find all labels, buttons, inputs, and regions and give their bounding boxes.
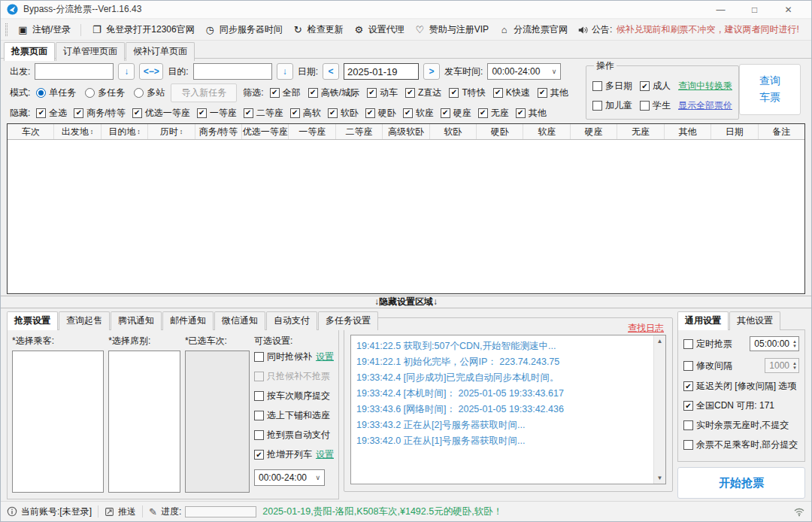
checkbox[interactable]: ✔ (640, 81, 650, 91)
general-checkbox[interactable]: 修改间隔 (683, 360, 732, 372)
checkbox[interactable]: ✔ (403, 108, 413, 118)
column-header-11[interactable]: 软座 (523, 124, 570, 139)
hide-checkbox[interactable]: ✔商务/特等 (74, 107, 125, 120)
dest-dropdown-button[interactable]: ↓ (277, 63, 293, 80)
filter-checkbox[interactable]: ✔全部 (270, 86, 301, 99)
column-header-1[interactable]: 出发地↕ (54, 124, 101, 139)
minimize-button[interactable]: — (704, 5, 738, 15)
filter-checkbox[interactable]: ✔动车 (367, 86, 398, 99)
column-header-14[interactable]: 其他 (665, 124, 711, 139)
settings-tab-邮件通知[interactable]: 邮件通知 (162, 311, 214, 330)
tab-grab-page[interactable]: 抢票页面 (4, 42, 55, 61)
checkbox[interactable]: ✔ (74, 108, 83, 118)
checkbox[interactable]: ✔ (254, 450, 264, 460)
transfer-query-link[interactable]: 查询中转换乘 (678, 80, 732, 93)
checkbox[interactable] (683, 420, 693, 430)
checkbox[interactable] (254, 430, 264, 440)
checkbox[interactable]: ✔ (365, 108, 375, 118)
close-button[interactable]: ✕ (771, 5, 805, 15)
train-table-body[interactable] (8, 140, 804, 293)
column-header-3[interactable]: 历时↕ (148, 124, 195, 139)
column-header-4[interactable]: 商务/特等 (195, 124, 242, 139)
settings-tab-多任务设置[interactable]: 多任务设置 (318, 311, 378, 330)
log-scrollbar[interactable]: ▲ ▼ (653, 335, 665, 484)
settings-tab-微信通知[interactable]: 微信通知 (214, 311, 265, 330)
checkbox[interactable] (640, 101, 650, 111)
checkbox[interactable]: ✔ (449, 88, 459, 98)
checkbox[interactable]: ✔ (308, 88, 318, 98)
general-tab-其他设置[interactable]: 其他设置 (729, 311, 780, 330)
filter-checkbox[interactable]: ✔Z直达 (405, 86, 441, 99)
start-grabbing-button[interactable]: 开始抢票 (677, 467, 805, 499)
mode-radio-单任务[interactable]: 单任务 (36, 86, 76, 99)
find-log-link[interactable]: 查找日志 (626, 322, 665, 335)
next-date-button[interactable]: > (423, 63, 440, 80)
checkbox[interactable]: ✔ (197, 108, 207, 118)
column-header-2[interactable]: 目的地↕ (102, 124, 148, 139)
student-checkbox[interactable]: 学生 (640, 99, 671, 112)
scroll-down-arrow[interactable]: ▼ (654, 472, 665, 484)
option-settings-link[interactable]: 设置 (316, 448, 334, 461)
scroll-up-arrow[interactable]: ▲ (654, 335, 665, 347)
column-header-10[interactable]: 硬卧 (477, 124, 523, 139)
settings-tab-自动支付[interactable]: 自动支付 (266, 311, 317, 330)
checkbox[interactable]: ✔ (683, 381, 693, 391)
general-tab-通用设置[interactable]: 通用设置 (677, 311, 729, 330)
column-header-9[interactable]: 软卧 (430, 124, 477, 139)
checkbox[interactable] (254, 391, 264, 401)
filter-checkbox[interactable]: ✔其他 (538, 86, 568, 99)
checkbox[interactable] (683, 361, 693, 371)
column-header-5[interactable]: 优选一等座 (242, 124, 289, 139)
checkbox[interactable]: ✔ (290, 108, 300, 118)
spinner-down-icon[interactable]: ▼ (792, 366, 797, 370)
add-child-checkbox[interactable]: 加儿童 (592, 99, 632, 112)
checkbox[interactable] (254, 352, 264, 362)
column-header-15[interactable]: 日期 (711, 124, 758, 139)
option-checkbox[interactable]: 选上下铺和选座 (254, 409, 330, 422)
grab-time-range-select[interactable]: 00:00-24:00 ∨ (254, 469, 325, 486)
spinner-input[interactable]: 1000▲▼ (765, 358, 799, 373)
option-settings-link[interactable]: 设置 (316, 351, 334, 363)
general-checkbox[interactable]: ✔全国CDN 可用: 171 (683, 399, 774, 412)
general-checkbox[interactable]: 余票不足乘客时,部分提交 (683, 439, 798, 451)
column-header-12[interactable]: 硬座 (571, 124, 617, 139)
hide-checkbox[interactable]: ✔软座 (403, 107, 434, 120)
spinner-input[interactable]: 05:00:00▲▼ (750, 336, 799, 351)
option-checkbox[interactable]: 同时抢候补 (254, 351, 312, 363)
checkbox[interactable]: ✔ (132, 108, 142, 118)
dest-input[interactable] (193, 63, 272, 80)
spinner-arrows[interactable]: ▲▼ (792, 339, 797, 348)
column-header-8[interactable]: 高级软卧 (383, 124, 429, 139)
depart-dropdown-button[interactable]: ↓ (118, 63, 135, 80)
checkbox[interactable]: ✔ (441, 108, 450, 118)
checkbox[interactable]: ✔ (516, 108, 526, 118)
checkbox[interactable] (254, 411, 264, 420)
import-task-button[interactable]: 导入新任务 (171, 83, 237, 102)
checkbox[interactable]: ✔ (244, 108, 253, 118)
radio-button[interactable] (134, 88, 144, 98)
radio-button[interactable] (85, 88, 95, 98)
hide-checkbox[interactable]: ✔软卧 (328, 107, 359, 120)
column-header-7[interactable]: 二等座 (336, 124, 383, 139)
column-header-0[interactable]: 车次 (8, 124, 54, 139)
hide-checkbox[interactable]: ✔全选 (36, 107, 67, 120)
toolbar-item-official-site[interactable]: ⌂分流抢票官网 (498, 23, 568, 36)
checkbox[interactable]: ✔ (36, 108, 46, 118)
filter-checkbox[interactable]: ✔高铁/城际 (308, 86, 359, 99)
tab-order-manage-page[interactable]: 订单管理页面 (56, 42, 125, 61)
toolbar-item-logout-login[interactable]: ▣注销/登录 (17, 23, 71, 36)
filter-checkbox[interactable]: ✔T特快 (449, 86, 485, 99)
toolbar-item-check-update[interactable]: ↻检查更新 (292, 23, 344, 36)
column-header-13[interactable]: 无座 (617, 124, 664, 139)
checkbox[interactable]: ✔ (367, 88, 377, 98)
toolbar-item-sync-server-time[interactable]: ◷同步服务器时间 (205, 23, 283, 36)
settings-tab-抢票设置[interactable]: 抢票设置 (7, 311, 58, 330)
prev-date-button[interactable]: < (323, 63, 339, 80)
checkbox[interactable] (683, 440, 693, 450)
swap-stations-button[interactable]: <−> (139, 63, 163, 80)
mode-radio-多站[interactable]: 多站 (134, 86, 165, 99)
filter-checkbox[interactable]: ✔K快速 (493, 86, 530, 99)
column-header-6[interactable]: 一等座 (289, 124, 335, 139)
tab-waitlist-order-page[interactable]: 候补订单页面 (126, 42, 195, 61)
hide-checkbox[interactable]: ✔一等座 (197, 107, 237, 120)
